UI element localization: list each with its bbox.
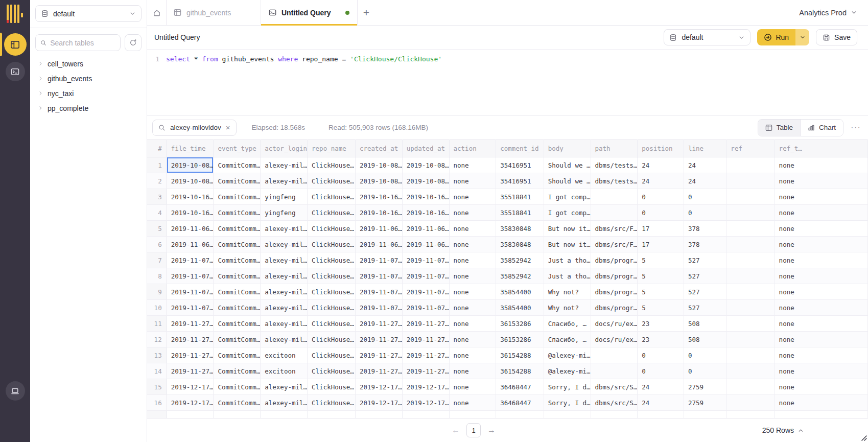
data-cell[interactable]: 2019-10-08…: [402, 157, 449, 173]
data-cell[interactable]: 17: [638, 237, 684, 252]
data-cell[interactable]: 0: [638, 363, 684, 379]
data-cell[interactable]: none: [449, 157, 496, 173]
data-cell[interactable]: ClickHouse…: [308, 284, 356, 300]
column-header-body[interactable]: body: [544, 140, 591, 157]
data-cell[interactable]: none: [449, 379, 496, 395]
data-cell[interactable]: Should we …: [544, 173, 591, 189]
data-cell[interactable]: CommitComm…: [214, 221, 261, 237]
data-cell[interactable]: none: [449, 268, 496, 284]
run-options-button[interactable]: [795, 29, 809, 45]
data-cell[interactable]: ClickHouse…: [308, 221, 356, 237]
tab-home[interactable]: [147, 0, 167, 25]
data-cell[interactable]: alexey-mil…: [261, 268, 308, 284]
data-cell[interactable]: 2019-11-27…: [402, 316, 449, 332]
column-header-ref_t[interactable]: ref_t…: [775, 140, 867, 157]
data-cell[interactable]: CommitComm…: [214, 300, 261, 316]
data-cell[interactable]: CommitComm…: [214, 252, 261, 268]
data-cell[interactable]: 2019-11-06…: [167, 237, 214, 252]
data-cell[interactable]: Спасибо, …: [544, 316, 591, 332]
data-cell[interactable]: 2759: [684, 395, 726, 411]
data-cell[interactable]: dbms/progr…: [591, 268, 638, 284]
data-cell[interactable]: 24: [638, 379, 684, 395]
data-cell[interactable]: 36154288: [496, 363, 544, 379]
data-cell[interactable]: alexey-mil…: [261, 284, 308, 300]
rail-item-sql-console[interactable]: [0, 33, 30, 56]
data-cell[interactable]: [726, 284, 775, 300]
data-cell[interactable]: 5: [638, 300, 684, 316]
data-cell[interactable]: 5: [638, 268, 684, 284]
clickhouse-logo[interactable]: [7, 5, 25, 25]
refresh-tables-button[interactable]: [125, 34, 142, 51]
column-header-repo_name[interactable]: repo_name: [308, 140, 356, 157]
tab-github-events[interactable]: github_events: [167, 0, 261, 25]
data-cell[interactable]: 527: [684, 284, 726, 300]
next-page-icon[interactable]: →: [487, 426, 496, 435]
data-cell[interactable]: none: [449, 347, 496, 363]
data-cell[interactable]: [726, 173, 775, 189]
row-number-cell[interactable]: 15: [147, 379, 167, 395]
page-number[interactable]: 1: [466, 423, 481, 437]
data-cell[interactable]: alexey-mil…: [261, 395, 308, 411]
column-header-path[interactable]: path: [591, 140, 638, 157]
data-cell[interactable]: 0: [684, 205, 726, 221]
data-cell[interactable]: 2019-11-07…: [402, 268, 449, 284]
data-cell[interactable]: none: [449, 363, 496, 379]
data-cell[interactable]: [726, 379, 775, 395]
database-selector[interactable]: default: [35, 5, 142, 22]
row-count-selector[interactable]: 250 Rows: [762, 426, 804, 434]
row-number-cell[interactable]: 4: [147, 205, 167, 221]
data-cell[interactable]: none: [775, 363, 867, 379]
view-chart-button[interactable]: Chart: [800, 120, 843, 136]
data-cell[interactable]: 2019-10-16…: [402, 205, 449, 221]
data-cell[interactable]: 35854400: [496, 284, 544, 300]
column-header-comment_id[interactable]: comment_id: [496, 140, 544, 157]
data-cell[interactable]: 2019-11-06…: [355, 237, 402, 252]
data-cell[interactable]: 2019-11-07…: [402, 300, 449, 316]
query-database-selector[interactable]: default: [664, 29, 750, 45]
more-menu-icon[interactable]: ···: [851, 123, 861, 133]
data-cell[interactable]: ClickHouse…: [308, 173, 356, 189]
data-cell[interactable]: 23: [638, 316, 684, 332]
data-cell[interactable]: none: [449, 395, 496, 411]
data-cell[interactable]: Should we …: [544, 157, 591, 173]
data-cell[interactable]: 527: [684, 252, 726, 268]
data-cell[interactable]: 2019-10-16…: [355, 205, 402, 221]
data-cell[interactable]: 2019-10-08…: [355, 173, 402, 189]
data-cell[interactable]: [591, 189, 638, 205]
data-cell[interactable]: 2019-11-27…: [167, 332, 214, 347]
data-cell[interactable]: ClickHouse…: [308, 300, 356, 316]
data-cell[interactable]: 0: [684, 363, 726, 379]
column-header-ref[interactable]: ref: [726, 140, 775, 157]
data-cell[interactable]: [726, 252, 775, 268]
data-cell[interactable]: none: [775, 157, 867, 173]
view-table-button[interactable]: Table: [758, 120, 800, 136]
column-header-file_time[interactable]: file_time: [167, 140, 214, 157]
data-cell[interactable]: ClickHouse…: [308, 347, 356, 363]
data-cell[interactable]: 2019-11-27…: [167, 347, 214, 363]
data-cell[interactable]: [591, 205, 638, 221]
data-cell[interactable]: 35830848: [496, 221, 544, 237]
data-cell[interactable]: 2019-11-06…: [402, 221, 449, 237]
data-cell[interactable]: 2019-11-07…: [355, 252, 402, 268]
data-cell[interactable]: yingfeng: [261, 205, 308, 221]
data-cell[interactable]: none: [775, 189, 867, 205]
data-cell[interactable]: [726, 395, 775, 411]
data-cell[interactable]: 2019-12-17…: [355, 379, 402, 395]
data-cell[interactable]: Sorry, I d…: [544, 379, 591, 395]
data-cell[interactable]: 2019-11-06…: [355, 221, 402, 237]
data-cell[interactable]: dbms/progr…: [591, 284, 638, 300]
data-cell[interactable]: 5: [638, 252, 684, 268]
data-cell[interactable]: 2019-10-16…: [402, 189, 449, 205]
data-cell[interactable]: none: [449, 332, 496, 347]
data-cell[interactable]: ClickHouse…: [308, 205, 356, 221]
data-cell[interactable]: 36468447: [496, 395, 544, 411]
data-cell[interactable]: 527: [684, 300, 726, 316]
data-cell[interactable]: none: [449, 284, 496, 300]
data-cell[interactable]: @alexey-mi…: [544, 347, 591, 363]
data-cell[interactable]: 2019-10-16…: [355, 189, 402, 205]
data-cell[interactable]: ClickHouse…: [308, 237, 356, 252]
data-cell[interactable]: 2019-11-07…: [402, 252, 449, 268]
data-cell[interactable]: none: [449, 173, 496, 189]
data-cell[interactable]: 23: [638, 332, 684, 347]
filter-chip[interactable]: alexey-milovidov ×: [152, 120, 237, 136]
